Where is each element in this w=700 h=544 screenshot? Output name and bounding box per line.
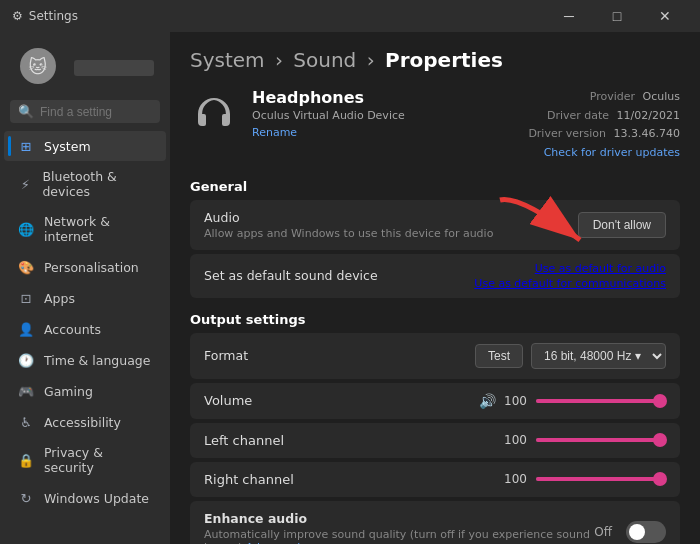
breadcrumb-sound: Sound: [293, 48, 356, 72]
device-info-left: Headphones Oculus Virtual Audio Device R…: [190, 88, 405, 139]
audio-desc: Allow apps and Windows to use this devic…: [204, 227, 578, 240]
enhance-toggle[interactable]: [626, 521, 666, 543]
audio-info: Audio Allow apps and Windows to use this…: [204, 210, 578, 240]
sidebar-item-system[interactable]: ⊞ System: [4, 131, 166, 161]
general-section-title: General: [190, 179, 680, 194]
time-icon: 🕐: [18, 352, 34, 368]
left-channel-controls: 100: [504, 433, 666, 447]
right-channel-thumb: [653, 472, 667, 486]
driver-date-value: 11/02/2021: [617, 109, 680, 122]
privacy-icon: 🔒: [18, 452, 34, 468]
breadcrumb-properties: Properties: [385, 48, 503, 72]
device-info-text: Headphones Oculus Virtual Audio Device R…: [252, 88, 405, 139]
sidebar-item-time[interactable]: 🕐 Time & language: [4, 345, 166, 375]
search-icon: 🔍: [18, 104, 34, 119]
volume-icon: 🔊: [479, 393, 496, 409]
dont-allow-button[interactable]: Don't allow: [578, 212, 666, 238]
title-bar: ⚙ Settings ─ □ ✕: [0, 0, 700, 32]
sidebar-item-label: System: [44, 139, 91, 154]
driver-version-label: Driver version: [528, 127, 606, 140]
sidebar-item-accounts[interactable]: 👤 Accounts: [4, 314, 166, 344]
volume-fill: [536, 399, 666, 403]
sidebar-item-label: Gaming: [44, 384, 93, 399]
title-bar-left: ⚙ Settings: [12, 9, 78, 23]
apps-icon: ⊡: [18, 290, 34, 306]
default-audio-link[interactable]: Use as default for audio: [535, 262, 666, 275]
enhance-desc: Automatically improve sound quality (tur…: [204, 528, 594, 544]
provider-value: Oculus: [643, 90, 680, 103]
right-channel-label: Right channel: [204, 472, 294, 487]
gaming-icon: 🎮: [18, 383, 34, 399]
left-channel-thumb: [653, 433, 667, 447]
format-row: Format Test 16 bit, 48000 Hz ▾: [190, 333, 680, 379]
system-icon: ⊞: [18, 138, 34, 154]
sidebar-item-label: Personalisation: [44, 260, 139, 275]
volume-label: Volume: [204, 393, 252, 408]
default-device-label: Set as default sound device: [204, 268, 378, 283]
left-channel-value: 100: [504, 433, 528, 447]
breadcrumb-sep1: ›: [269, 48, 290, 72]
left-channel-slider[interactable]: [536, 438, 666, 442]
output-section-title: Output settings: [190, 312, 680, 327]
close-button[interactable]: ✕: [642, 0, 688, 32]
sidebar-item-bluetooth[interactable]: ⚡ Bluetooth & devices: [4, 162, 166, 206]
right-channel-slider[interactable]: [536, 477, 666, 481]
format-info: Format: [204, 348, 475, 363]
enhance-audio-row: Enhance audio Automatically improve soun…: [190, 501, 680, 544]
main-content: System › Sound › Properties Headphones O…: [170, 32, 700, 544]
left-channel-label: Left channel: [204, 433, 284, 448]
volume-thumb: [653, 394, 667, 408]
sidebar-item-privacy[interactable]: 🔒 Privacy & security: [4, 438, 166, 482]
meta-check-driver: Check for driver updates: [528, 144, 680, 163]
sidebar-item-label: Apps: [44, 291, 75, 306]
avatar: 🐱: [20, 48, 56, 84]
device-header: Headphones Oculus Virtual Audio Device R…: [190, 88, 680, 163]
breadcrumb-sep2: ›: [360, 48, 381, 72]
search-input[interactable]: [40, 105, 152, 119]
sidebar-item-update[interactable]: ↻ Windows Update: [4, 483, 166, 513]
breadcrumb-system: System: [190, 48, 265, 72]
volume-slider[interactable]: [536, 399, 666, 403]
search-box[interactable]: 🔍: [10, 100, 160, 123]
meta-driver-version: Driver version 13.3.46.740: [528, 125, 680, 144]
format-label: Format: [204, 348, 475, 363]
sidebar-item-label: Time & language: [44, 353, 150, 368]
volume-value: 100: [504, 394, 528, 408]
update-icon: ↻: [18, 490, 34, 506]
default-device-row: Set as default sound device Use as defau…: [190, 254, 680, 298]
accessibility-icon: ♿: [18, 414, 34, 430]
sidebar-item-personalisation[interactable]: 🎨 Personalisation: [4, 252, 166, 282]
rename-link[interactable]: Rename: [252, 126, 297, 139]
accounts-icon: 👤: [18, 321, 34, 337]
format-select[interactable]: 16 bit, 48000 Hz ▾: [531, 343, 666, 369]
left-channel-row: Left channel 100: [190, 423, 680, 458]
right-channel-row: Right channel 100: [190, 462, 680, 497]
enhance-info: Enhance audio Automatically improve soun…: [204, 511, 594, 544]
enhance-label: Enhance audio: [204, 511, 594, 526]
sidebar: 🐱 🔍 ⊞ System ⚡ Bluetooth & devices 🌐 Net…: [0, 32, 170, 544]
right-channel-value: 100: [504, 472, 528, 486]
sidebar-item-gaming[interactable]: 🎮 Gaming: [4, 376, 166, 406]
sidebar-item-accessibility[interactable]: ♿ Accessibility: [4, 407, 166, 437]
sidebar-item-label: Bluetooth & devices: [42, 169, 156, 199]
network-icon: 🌐: [18, 221, 34, 237]
test-button[interactable]: Test: [475, 344, 523, 368]
volume-controls: 🔊 100: [479, 393, 666, 409]
device-meta: Provider Oculus Driver date 11/02/2021 D…: [528, 88, 680, 163]
title-bar-controls: ─ □ ✕: [546, 0, 688, 32]
sidebar-item-network[interactable]: 🌐 Network & internet: [4, 207, 166, 251]
sidebar-item-apps[interactable]: ⊡ Apps: [4, 283, 166, 313]
meta-provider: Provider Oculus: [528, 88, 680, 107]
breadcrumb: System › Sound › Properties: [190, 48, 680, 72]
maximize-button[interactable]: □: [594, 0, 640, 32]
minimize-button[interactable]: ─: [546, 0, 592, 32]
sidebar-item-label: Privacy & security: [44, 445, 156, 475]
check-driver-link[interactable]: Check for driver updates: [544, 146, 680, 159]
default-comms-link[interactable]: Use as default for communications: [474, 277, 666, 290]
provider-label: Provider: [590, 90, 635, 103]
audio-controls: Don't allow: [578, 212, 666, 238]
personalisation-icon: 🎨: [18, 259, 34, 275]
app-body: 🐱 🔍 ⊞ System ⚡ Bluetooth & devices 🌐 Net…: [0, 32, 700, 544]
format-controls: Test 16 bit, 48000 Hz ▾: [475, 343, 666, 369]
driver-date-label: Driver date: [547, 109, 609, 122]
